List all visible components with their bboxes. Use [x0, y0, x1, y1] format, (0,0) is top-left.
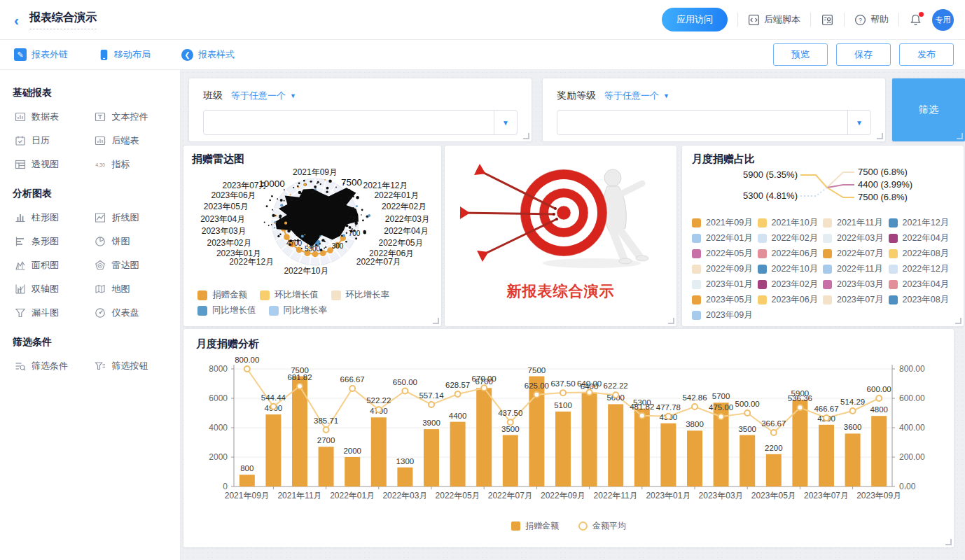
resize-handle[interactable]	[668, 318, 674, 324]
sidebar-item-pivot[interactable]: 透视图	[10, 153, 90, 176]
report-style-button[interactable]: ❮ 报表样式	[181, 48, 235, 61]
code-icon	[748, 14, 760, 26]
legend-item-average[interactable]: 金额平均	[578, 520, 626, 532]
sidebar-item-filter-condition[interactable]: 筛选条件	[10, 354, 90, 378]
pie-legend-item[interactable]: 2023年01月	[692, 276, 758, 292]
contact-card-icon[interactable]	[821, 13, 834, 27]
legend-label: 2022年04月	[903, 232, 950, 244]
pie-legend-item[interactable]: 2021年09月	[692, 215, 758, 230]
sidebar-item-filter-button[interactable]: 筛选按钮	[90, 354, 171, 378]
legend-item-donation[interactable]: 捐赠金额	[511, 520, 559, 532]
filter-operator-text: 等于任意一个	[231, 90, 286, 102]
designer-toolbar: ✎ 报表外链 移动布局 ❮ 报表样式 预览 保存 发布	[0, 40, 965, 70]
sidebar-item-label: 日历	[32, 134, 50, 147]
sidebar-item-label: 饼图	[112, 235, 130, 248]
line-value-label: 666.67	[340, 375, 365, 384]
legend-swatch	[889, 280, 898, 289]
legend-label: 2022年12月	[903, 263, 950, 275]
resize-handle[interactable]	[955, 318, 961, 324]
sidebar-section-grid: 柱形图折线图条形图饼图面积图雷达图双轴图地图漏斗图仪表盘	[10, 206, 170, 325]
pie-legend-item[interactable]: 2022年04月	[889, 230, 954, 246]
sidebar-item-column-chart[interactable]: 柱形图	[10, 206, 90, 230]
pie-legend-item[interactable]: 2021年10月	[758, 215, 824, 230]
filter-value-select[interactable]: ▼	[557, 110, 871, 135]
line-marker	[824, 415, 829, 421]
sidebar-item-calendar[interactable]: 日历	[10, 129, 90, 153]
publish-button[interactable]: 发布	[899, 43, 954, 66]
sidebar-item-bar-chart[interactable]: 条形图	[10, 230, 90, 253]
sidebar-item-backend-table[interactable]: 后端表	[90, 129, 171, 153]
pie-legend-item[interactable]: 2022年03月	[823, 230, 889, 246]
filter-submit-button[interactable]: 筛选	[892, 78, 965, 141]
line-marker	[429, 402, 434, 407]
bar-value-label: 1300	[396, 457, 415, 465]
pie-legend-item[interactable]: 2023年05月	[692, 292, 758, 307]
pie-legend-item[interactable]: 2022年01月	[692, 230, 758, 246]
radar-legend-item[interactable]: 环比增长值	[260, 289, 319, 301]
resize-handle[interactable]	[945, 539, 952, 545]
radar-legend-item[interactable]: 同比增长率	[269, 304, 328, 316]
svg-text:700: 700	[349, 230, 361, 237]
pie-legend-item[interactable]: 2023年08月	[889, 292, 954, 307]
sidebar-item-data-table[interactable]: 数据表	[10, 105, 90, 129]
pie-legend-item[interactable]: 2021年12月	[889, 215, 954, 230]
pie-legend-item[interactable]: 2023年03月	[823, 276, 889, 292]
pie-legend-item[interactable]: 2022年05月	[692, 246, 758, 261]
sidebar-item-label: 柱形图	[32, 211, 59, 224]
sidebar-item-dual-axis[interactable]: 双轴图	[10, 277, 90, 301]
report-link-button[interactable]: ✎ 报表外链	[14, 48, 68, 61]
pie-legend-item[interactable]: 2023年04月	[889, 276, 954, 292]
notification-bell-icon[interactable]	[909, 13, 922, 27]
bar-value-label: 4400	[449, 412, 467, 420]
radar-axis-label: 2021年09月	[293, 167, 338, 177]
app-access-button[interactable]: 应用访问	[662, 8, 728, 31]
sidebar-item-text-widget[interactable]: 文本控件	[90, 105, 171, 129]
pie-legend-item[interactable]: 2022年06月	[758, 246, 824, 261]
radar-legend-item[interactable]: 同比增长值	[197, 304, 256, 316]
save-button[interactable]: 保存	[836, 43, 891, 66]
design-canvas[interactable]: 班级 等于任意一个 ▼ ▼ 奖励等级 等于任意一个 ▼	[181, 70, 965, 560]
sidebar-item-radar-chart[interactable]: 雷达图	[90, 253, 171, 277]
filter-value-select[interactable]: ▼	[203, 110, 518, 135]
sidebar-item-map[interactable]: 地图	[90, 277, 171, 301]
resize-handle[interactable]	[523, 133, 529, 139]
resize-handle[interactable]	[433, 318, 439, 324]
pie-legend-item[interactable]: 2022年10月	[758, 261, 824, 276]
pie-legend-item[interactable]: 2022年07月	[823, 246, 889, 261]
sidebar-item-funnel[interactable]: 漏斗图	[10, 301, 90, 325]
pie-legend-item[interactable]: 2023年06月	[758, 292, 824, 307]
line-marker	[402, 388, 408, 394]
help-button[interactable]: ? 帮助	[854, 13, 889, 26]
sidebar-item-metric[interactable]: 4,30指标	[90, 153, 171, 176]
backend-script-label: 后端脚本	[764, 13, 800, 26]
resize-handle[interactable]	[957, 133, 963, 139]
pie-legend-item[interactable]: 2022年12月	[889, 261, 954, 276]
mobile-layout-button[interactable]: 移动布局	[99, 48, 151, 61]
pie-legend-item[interactable]: 2023年07月	[823, 292, 889, 307]
pie-legend-item[interactable]: 2021年11月	[823, 215, 889, 230]
filter-operator-dropdown[interactable]: 等于任意一个 ▼	[231, 90, 296, 102]
pie-legend-item[interactable]: 2023年09月	[692, 307, 758, 323]
back-chevron-icon[interactable]: ‹	[14, 13, 19, 27]
sidebar-item-pie-chart[interactable]: 饼图	[90, 230, 171, 253]
resize-handle[interactable]	[877, 133, 883, 139]
filter-operator-dropdown[interactable]: 等于任意一个 ▼	[604, 90, 669, 102]
pie-legend-item[interactable]: 2023年02月	[758, 276, 824, 292]
sidebar-item-area-chart[interactable]: 面积图	[10, 253, 90, 277]
pie-legend-item[interactable]: 2022年11月	[823, 261, 889, 276]
backend-script-button[interactable]: 后端脚本	[748, 13, 800, 26]
sidebar-item-gauge[interactable]: 仪表盘	[90, 301, 171, 325]
sidebar-item-line-chart[interactable]: 折线图	[90, 206, 171, 230]
preview-button[interactable]: 预览	[773, 43, 828, 66]
bar	[634, 409, 650, 486]
bar	[292, 377, 307, 487]
radar-legend-item[interactable]: 捐赠金额	[197, 289, 247, 301]
radar-legend-item[interactable]: 环比增长率	[331, 289, 390, 301]
pie-legend-item[interactable]: 2022年09月	[692, 261, 758, 276]
line-value-label: 637.50	[550, 379, 575, 388]
pie-legend-item[interactable]: 2022年02月	[758, 230, 824, 246]
filter-card-award: 奖励等级 等于任意一个 ▼ ▼	[543, 78, 885, 141]
pie-legend-item[interactable]: 2022年08月	[889, 246, 954, 261]
avatar[interactable]: 专用	[932, 9, 954, 31]
legend-label: 环比增长率	[346, 289, 390, 301]
